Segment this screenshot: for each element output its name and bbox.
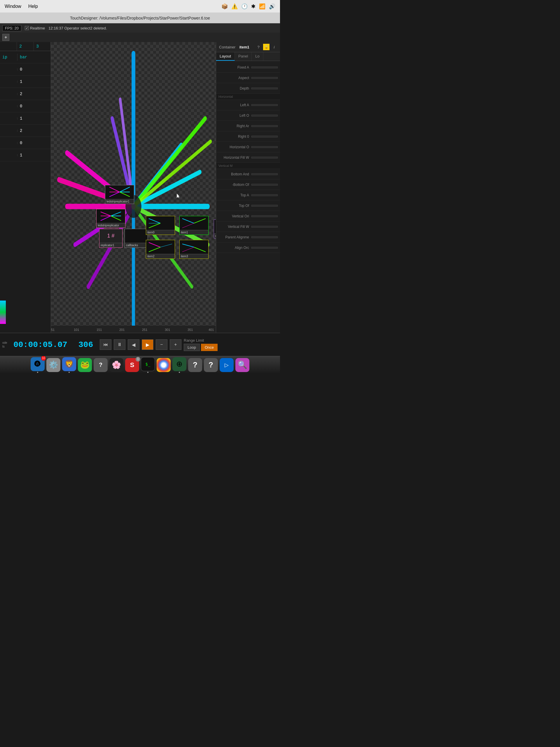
prop-val-parent-align[interactable] <box>251 236 278 238</box>
fps-display: FPS: 20 <box>2 25 21 31</box>
prop-label-vert-ori: Vertical Ori <box>218 214 251 218</box>
dock-icon-scrivener[interactable]: S 1 <box>125 358 139 372</box>
canvas-area[interactable]: ledstripreplicator1 ledstripreplicator 1… <box>51 42 216 333</box>
node-item2[interactable]: item2 <box>146 240 175 259</box>
dock-icon-help2[interactable]: ? <box>188 358 202 372</box>
add-tab-button[interactable]: + <box>2 34 9 41</box>
prop-val-align-orc[interactable] <box>251 247 278 249</box>
system-icons: 📦 ⚠️ 🕐 ✱ 📶 🔊 <box>221 3 275 10</box>
prop-val-depth[interactable] <box>251 87 278 89</box>
dock-icon-finder[interactable]: 🦁 <box>62 357 76 373</box>
tab-panel[interactable]: Panel <box>235 52 252 61</box>
appstore-icon: 🅐 <box>34 360 41 368</box>
prop-top-a: Top A <box>216 190 280 201</box>
prop-val-vert-fill[interactable] <box>251 226 278 228</box>
node-item3[interactable]: item3 <box>179 240 209 259</box>
left-panel: 2 3 ip bar 0 1 2 0 1 2 <box>0 42 51 333</box>
btn-goto-start[interactable]: ⏮ <box>100 339 111 350</box>
dock-icon-terminal[interactable]: $_ <box>141 357 155 373</box>
node-item0[interactable]: item0 <box>146 216 175 235</box>
table-row-0: 0 <box>0 63 51 76</box>
prop-val-right-ar[interactable] <box>251 125 278 127</box>
node-ledstripreplicator1[interactable]: ledstripreplicator1 <box>105 185 134 204</box>
dock-icon-scrobbles[interactable]: 🐸 <box>78 358 92 372</box>
tab-lo[interactable]: Lo <box>252 52 263 61</box>
node-item1[interactable]: item1 <box>179 216 209 235</box>
dock-icon-td[interactable]: ⊕ <box>172 357 186 373</box>
dock-icon-vscode[interactable]: ▷ <box>220 358 234 372</box>
node-callbacks[interactable]: callbacks <box>125 229 148 248</box>
prop-horiz-o: Horizontal O <box>216 142 280 152</box>
row-4-label <box>0 117 18 120</box>
dock-icon-photos[interactable]: 🌸 <box>109 358 123 372</box>
status-message: 12:16:37 Operator select2 deleted. <box>48 26 107 30</box>
info-icon[interactable]: i <box>271 44 277 50</box>
node-preview-item0 <box>146 216 175 230</box>
table-row-header2: ip bar <box>0 51 51 63</box>
node-label-callbacks: callbacks <box>125 243 148 248</box>
prop-val-top-a[interactable] <box>251 194 278 196</box>
tab-layout[interactable]: Layout <box>216 52 235 61</box>
svg-line-33 <box>182 218 194 223</box>
row-1-label <box>0 80 18 83</box>
prop-val-fixed-a[interactable] <box>251 67 278 68</box>
help-icon[interactable]: ? <box>256 44 261 50</box>
node-comp1[interactable]: comp1 <box>214 220 216 238</box>
menu-window[interactable]: Window <box>5 4 21 9</box>
prop-label-top-a: Top A <box>218 193 251 197</box>
dock-icon-alfred[interactable]: 🔍 <box>235 358 249 372</box>
color-strip <box>0 301 6 324</box>
dock-icon-sysprefs[interactable]: ⚙️ <box>46 358 60 372</box>
lock-icon[interactable]: 🔒 <box>263 44 269 50</box>
bottom-ruler: 51 101 151 201 251 301 351 401 <box>51 326 216 333</box>
prop-vert-ori: Vertical Ori <box>216 211 280 222</box>
btn-plus[interactable]: + <box>170 339 181 350</box>
dock-icon-help[interactable]: ? <box>94 358 108 372</box>
help3-icon: ? <box>209 360 213 369</box>
table-row-4: 1 <box>0 112 51 125</box>
svg-line-44 <box>182 247 194 252</box>
prop-val-horiz-o[interactable] <box>251 146 278 148</box>
timeline-controls: ode ts 00:00:05.07 306 ⏮ ⏸ ◀ ▶ − + Range… <box>0 333 280 356</box>
node-ledstripreplicator[interactable]: ledstripreplicator <box>96 209 126 228</box>
ruler-151: 151 <box>97 328 102 332</box>
main-content: 2 3 ip bar 0 1 2 0 1 2 <box>0 42 280 333</box>
dock-icon-appstore[interactable]: 🅐 10 <box>31 357 45 373</box>
scrobbles-icon: 🐸 <box>80 360 89 369</box>
row-7-label <box>0 154 18 156</box>
fps-value: 20 <box>15 26 19 30</box>
svg-line-23 <box>119 192 130 197</box>
prop-val-aspect[interactable] <box>251 77 278 79</box>
prop-val-bottom-and[interactable] <box>251 173 278 175</box>
ruler-101: 101 <box>74 328 79 332</box>
node-label-1: ledstripreplicator1 <box>105 199 134 204</box>
volume-icon: 🔊 <box>269 3 275 10</box>
timemachine-icon: 🕐 <box>241 3 248 10</box>
prop-val-left-o[interactable] <box>251 115 278 117</box>
row-3-label <box>0 105 18 107</box>
btn-play[interactable]: ▶ <box>142 339 153 350</box>
btn-pause[interactable]: ⏸ <box>114 339 126 350</box>
terminal-dot <box>147 372 149 373</box>
photos-icon: 🌸 <box>112 360 121 369</box>
btn-once[interactable]: Once <box>201 344 218 351</box>
prop-val-vert-ori[interactable] <box>251 215 278 217</box>
prop-label-right-ar: Right Ar <box>218 124 251 128</box>
prop-val-left-a[interactable] <box>251 104 278 106</box>
btn-loop[interactable]: Loop <box>184 344 200 351</box>
prop-vert-fill: Vertical Fill W <box>216 222 280 232</box>
dock-icon-help3[interactable]: ? <box>204 358 218 372</box>
prop-val-right-0[interactable] <box>251 136 278 137</box>
prop-val-horiz-fill[interactable] <box>251 157 278 158</box>
btn-rewind[interactable]: ◀ <box>128 339 139 350</box>
timeline-left-labels: ode ts <box>2 341 11 348</box>
btn-minus[interactable]: − <box>156 339 167 350</box>
row-6-val: 0 <box>18 139 25 147</box>
prop-val-top-of[interactable] <box>251 205 278 207</box>
node-replicator1[interactable]: 1 # replicator1 <box>99 229 123 248</box>
prop-val-bottom-of[interactable] <box>251 184 278 186</box>
container-label: Container <box>219 45 235 49</box>
realtime-button[interactable]: ✓ Realtime <box>25 26 45 30</box>
dock-icon-chrome[interactable] <box>157 358 170 372</box>
menu-help[interactable]: Help <box>28 4 38 9</box>
